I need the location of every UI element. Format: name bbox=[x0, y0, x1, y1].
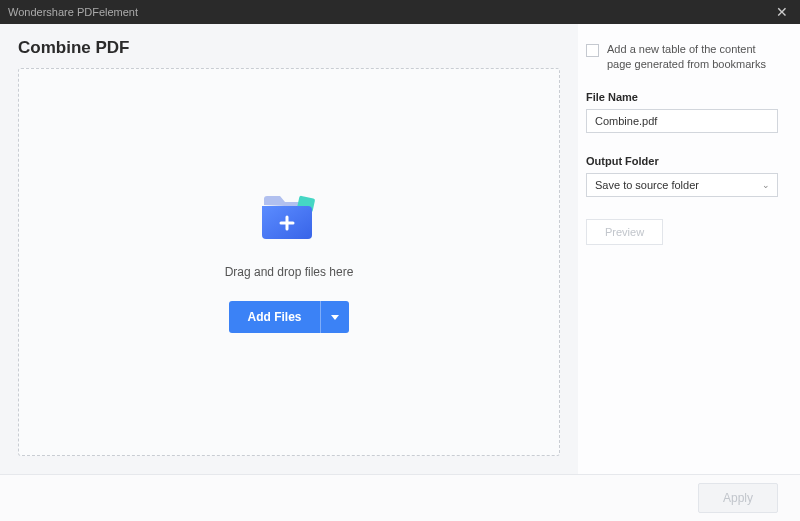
window-titlebar: Wondershare PDFelement ✕ bbox=[0, 0, 800, 24]
close-icon[interactable]: ✕ bbox=[772, 4, 792, 20]
output-folder-select[interactable] bbox=[586, 173, 778, 197]
checkbox-icon[interactable] bbox=[586, 44, 599, 57]
content-area: Combine PDF Drag and dro bbox=[0, 24, 800, 474]
add-folder-icon bbox=[258, 191, 320, 243]
left-panel: Combine PDF Drag and dro bbox=[0, 24, 578, 474]
output-folder-label: Output Folder bbox=[586, 155, 778, 167]
right-panel: Add a new table of the content page gene… bbox=[578, 24, 800, 474]
apply-button[interactable]: Apply bbox=[698, 483, 778, 513]
footer-bar: Apply bbox=[0, 474, 800, 521]
add-files-group: Add Files bbox=[229, 301, 348, 333]
file-name-input[interactable] bbox=[586, 109, 778, 133]
window-title: Wondershare PDFelement bbox=[8, 6, 138, 18]
add-table-checkbox-label: Add a new table of the content page gene… bbox=[607, 42, 778, 73]
file-name-label: File Name bbox=[586, 91, 778, 103]
chevron-down-icon bbox=[331, 315, 339, 320]
drop-zone-text: Drag and drop files here bbox=[225, 265, 354, 279]
add-files-dropdown-button[interactable] bbox=[320, 301, 349, 333]
file-drop-zone[interactable]: Drag and drop files here Add Files bbox=[18, 68, 560, 456]
add-table-checkbox-row[interactable]: Add a new table of the content page gene… bbox=[586, 42, 778, 73]
preview-button[interactable]: Preview bbox=[586, 219, 663, 245]
output-folder-select-wrap: ⌄ bbox=[586, 173, 778, 197]
page-title: Combine PDF bbox=[18, 38, 560, 58]
add-files-button[interactable]: Add Files bbox=[229, 301, 319, 333]
